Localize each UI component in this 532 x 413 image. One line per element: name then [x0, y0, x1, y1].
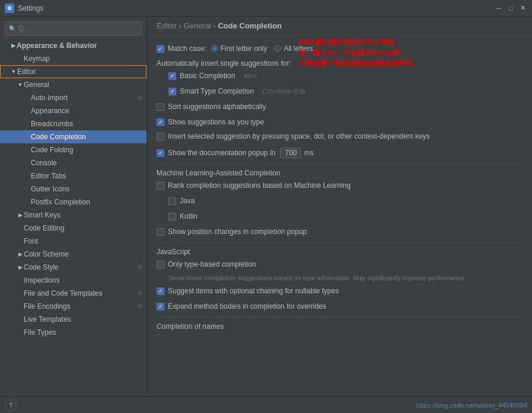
- expand-method-checkbox[interactable]: [157, 303, 164, 310]
- sidebar-item-editor-tabs[interactable]: Editor Tabs: [0, 169, 146, 183]
- insert-selected-checkbox[interactable]: [157, 133, 164, 140]
- insert-selected-label[interactable]: Insert selected suggestion by pressing s…: [157, 132, 430, 140]
- show-suggestions-checkbox[interactable]: [157, 119, 164, 126]
- sidebar-item-file-encodings[interactable]: File Encodings ⧉: [0, 300, 146, 313]
- kotlin-checkbox[interactable]: [168, 213, 176, 220]
- sidebar-item-label: File Encodings: [24, 302, 71, 310]
- insert-selected-row: Insert selected suggestion by pressing s…: [157, 132, 523, 143]
- match-case-row: Match case: First letter only All letter…: [157, 43, 523, 55]
- radio-first-letter[interactable]: [211, 45, 218, 52]
- show-position-label[interactable]: Show position changes in completion popu…: [157, 228, 307, 236]
- sidebar-item-gutter-icons[interactable]: Gutter Icons: [0, 183, 146, 196]
- java-label[interactable]: Java: [168, 197, 195, 205]
- match-case-label[interactable]: Match case:: [157, 44, 206, 53]
- search-input[interactable]: [18, 24, 138, 33]
- sidebar-item-file-code-templates[interactable]: File and Code Templates ⧉: [0, 287, 146, 300]
- rank-ml-checkbox[interactable]: [157, 182, 164, 190]
- search-box[interactable]: 🔍: [5, 21, 142, 36]
- expand-method-text: Expand method bodies in completion for o…: [168, 302, 326, 310]
- sort-alpha-checkbox[interactable]: [157, 103, 164, 111]
- sidebar-item-appearance[interactable]: Appearance: [0, 104, 146, 117]
- show-position-checkbox[interactable]: [157, 228, 164, 236]
- smart-type-row: Smart Type Completion Ctrl+Shift+空格: [157, 85, 523, 97]
- sidebar-item-console[interactable]: Console: [0, 156, 146, 169]
- arrow-icon: ▶: [17, 212, 24, 218]
- nullable-checkbox[interactable]: [157, 287, 164, 295]
- sidebar-item-code-editing[interactable]: Code Editing: [0, 222, 146, 235]
- sort-alpha-label[interactable]: Sort suggestions alphabetically: [157, 103, 266, 111]
- sidebar-item-color-scheme[interactable]: ▶ Color Scheme: [0, 248, 146, 261]
- smart-type-checkbox[interactable]: [168, 88, 176, 95]
- sidebar-item-keymap[interactable]: Keymap: [0, 52, 146, 65]
- titlebar: ⚙ Settings ─ □ ✕: [0, 0, 532, 17]
- java-checkbox[interactable]: [168, 197, 176, 205]
- divider-js: [157, 242, 523, 243]
- sidebar-item-label: Code Completion: [31, 133, 86, 141]
- type-based-checkbox[interactable]: [157, 261, 164, 268]
- kotlin-label[interactable]: Kotlin: [168, 212, 197, 220]
- nullable-label[interactable]: Suggest items with optional chaining for…: [157, 287, 339, 295]
- help-button[interactable]: ?: [5, 399, 17, 411]
- sidebar-item-auto-import[interactable]: Auto Import ⧉: [0, 91, 146, 104]
- sidebar-item-label: General: [24, 81, 49, 89]
- rank-ml-row: Rank completion suggestions based on Mac…: [157, 180, 523, 191]
- smart-type-label[interactable]: Smart Type Completion Ctrl+Shift+空格: [168, 87, 306, 96]
- sidebar-item-live-templates[interactable]: Live Templates: [0, 313, 146, 326]
- breadcrumb-active: Code Completion: [218, 21, 282, 30]
- sidebar-item-general[interactable]: ▼ General: [0, 78, 146, 91]
- show-suggestions-label[interactable]: Show suggestions as you type: [157, 118, 264, 126]
- type-based-label[interactable]: Only type-based completion: [157, 260, 256, 268]
- sidebar-item-label: Code Style: [24, 263, 59, 271]
- type-based-desc: Show fewer completion suggestions based …: [157, 274, 523, 283]
- close-button[interactable]: ✕: [518, 4, 527, 13]
- java-text: Java: [180, 197, 195, 205]
- basic-completion-label[interactable]: Basic Completion Alt+/: [168, 72, 257, 80]
- radio-all-letters-text: All letters: [283, 44, 313, 53]
- basic-completion-shortcut: Alt+/: [243, 72, 256, 79]
- sidebar-item-label: Color Scheme: [24, 250, 69, 258]
- sidebar-item-font[interactable]: Font: [0, 235, 146, 248]
- copy-icon: ⧉: [138, 94, 142, 101]
- show-docs-input[interactable]: [280, 148, 301, 158]
- settings-window: ⚙ Settings ─ □ ✕ 🔍 ▶ Appearance & Behavi…: [0, 0, 532, 413]
- sidebar-item-code-style[interactable]: ▶ Code Style ⧉: [0, 261, 146, 274]
- radio-all-letters-label[interactable]: All letters: [274, 44, 313, 53]
- basic-completion-checkbox[interactable]: [168, 72, 176, 80]
- sidebar-item-postfix-completion[interactable]: Postfix Completion: [0, 196, 146, 209]
- nullable-text: Suggest items with optional chaining for…: [168, 287, 339, 295]
- arrow-icon: ▶: [9, 43, 17, 49]
- arrow-icon: ▶: [17, 264, 24, 270]
- show-position-text: Show position changes in completion popu…: [168, 228, 307, 236]
- sidebar-item-code-completion[interactable]: Code Completion: [0, 130, 146, 143]
- kotlin-text: Kotlin: [180, 212, 197, 220]
- smart-type-shortcut: Ctrl+Shift+空格: [262, 87, 306, 96]
- sidebar-item-file-types[interactable]: File Types: [0, 326, 146, 339]
- expand-method-label[interactable]: Expand method bodies in completion for o…: [157, 302, 326, 310]
- minimize-button[interactable]: ─: [494, 4, 504, 13]
- maximize-button[interactable]: □: [506, 4, 515, 13]
- radio-all-letters[interactable]: [274, 45, 281, 52]
- java-row: Java: [157, 195, 523, 207]
- sidebar-item-editor[interactable]: ▼ Editor: [0, 65, 146, 78]
- show-docs-label[interactable]: Show the documentation popup in: [157, 149, 275, 157]
- sidebar-item-label: Editor Tabs: [31, 172, 66, 180]
- search-icon: 🔍: [9, 25, 16, 32]
- sidebar-item-smart-keys[interactable]: ▶ Smart Keys: [0, 209, 146, 222]
- radio-first-letter-label[interactable]: First letter only: [211, 44, 267, 53]
- nullable-row: Suggest items with optional chaining for…: [157, 285, 523, 297]
- sidebar-item-label: Smart Keys: [24, 211, 60, 219]
- show-docs-text: Show the documentation popup in: [168, 149, 275, 157]
- sidebar-item-label: Keymap: [24, 55, 50, 63]
- sidebar-item-inspections[interactable]: Inspections: [0, 274, 146, 287]
- match-case-text: Match case:: [168, 44, 206, 53]
- sidebar-item-breadcrumbs[interactable]: Breadcrumbs: [0, 117, 146, 130]
- sidebar: 🔍 ▶ Appearance & Behavior Keymap ▼ Edito…: [0, 17, 147, 396]
- show-suggestions-text: Show suggestions as you type: [168, 118, 264, 126]
- sidebar-item-appearance-behavior[interactable]: ▶ Appearance & Behavior: [0, 39, 146, 52]
- basic-completion-row: Basic Completion Alt+/: [157, 70, 523, 82]
- match-case-checkbox[interactable]: [157, 45, 164, 53]
- sidebar-item-code-folding[interactable]: Code Folding: [0, 143, 146, 156]
- rank-ml-label[interactable]: Rank completion suggestions based on Mac…: [157, 181, 351, 190]
- arrow-icon: ▼: [17, 82, 24, 88]
- show-docs-checkbox[interactable]: [157, 149, 164, 157]
